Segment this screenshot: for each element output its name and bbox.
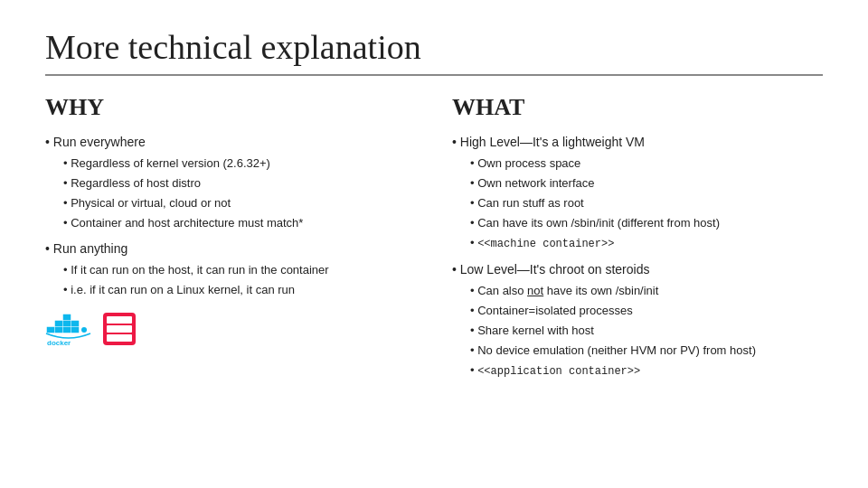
slide: More technical explanation WHY Run every… bbox=[0, 0, 868, 488]
what-sub-no-emulation: No device emulation (neither HVM nor PV)… bbox=[470, 343, 823, 359]
svg-rect-7 bbox=[71, 327, 79, 333]
what-high-level-note: <<machine container>> bbox=[452, 235, 823, 252]
logos: docker bbox=[45, 304, 416, 347]
what-sub-isolated: Container=isolated processes bbox=[470, 303, 823, 319]
docker-logo-icon: docker bbox=[45, 311, 92, 347]
what-sub-sbin: Can have its own /sbin/init (different f… bbox=[470, 215, 823, 231]
what-list: High Level—It's a lightweight VM Own pro… bbox=[452, 134, 823, 380]
why-list: Run everywhere Regardless of kernel vers… bbox=[45, 134, 416, 298]
svg-rect-3 bbox=[63, 327, 71, 333]
svg-rect-6 bbox=[71, 321, 79, 326]
why-sub-kernel: Regardless of kernel version (2.6.32+) bbox=[63, 155, 416, 172]
what-note-machine: <<machine container>> bbox=[470, 235, 823, 252]
why-sub-linux: i.e. if it can run on a Linux kernel, it… bbox=[63, 282, 416, 298]
why-run-anything: Run anything If it can run on the host, … bbox=[45, 240, 416, 298]
why-run-everywhere-sub: Regardless of kernel version (2.6.32+) R… bbox=[45, 155, 416, 232]
why-run-everywhere: Run everywhere Regardless of kernel vers… bbox=[45, 134, 416, 231]
svg-rect-2 bbox=[55, 321, 62, 326]
openstack-logo-icon bbox=[101, 311, 137, 347]
what-sub-root: Can run stuff as root bbox=[470, 195, 823, 211]
why-run-anything-sub: If it can run on the host, it can run in… bbox=[45, 262, 416, 298]
svg-rect-11 bbox=[107, 316, 132, 324]
svg-rect-12 bbox=[107, 325, 132, 333]
why-sub-container-host: Container and host architecture must mat… bbox=[63, 215, 416, 231]
svg-rect-4 bbox=[63, 321, 71, 326]
what-note-app: <<application container>> bbox=[470, 362, 823, 380]
slide-title: More technical explanation bbox=[45, 27, 823, 67]
what-low-level-note: <<application container>> bbox=[452, 362, 823, 380]
why-column: WHY Run everywhere Regardless of kernel … bbox=[45, 94, 416, 470]
why-heading: WHY bbox=[45, 94, 416, 121]
what-sub-no-sbin: Can also not have its own /sbin/init bbox=[470, 283, 823, 299]
what-sub-network: Own network interface bbox=[470, 175, 823, 192]
svg-rect-0 bbox=[47, 327, 54, 333]
what-sub-process: Own process space bbox=[470, 155, 823, 172]
svg-rect-1 bbox=[55, 327, 62, 333]
svg-text:docker: docker bbox=[47, 339, 71, 347]
why-sub-distro: Regardless of host distro bbox=[63, 175, 416, 192]
what-column: WHAT High Level—It's a lightweight VM Ow… bbox=[452, 94, 823, 470]
why-sub-host: If it can run on the host, it can run in… bbox=[63, 262, 416, 278]
what-low-level-sub: Can also not have its own /sbin/init Con… bbox=[452, 283, 823, 360]
what-heading: WHAT bbox=[452, 94, 823, 121]
divider bbox=[45, 74, 823, 76]
what-high-level-sub: Own process space Own network interface … bbox=[452, 155, 823, 232]
why-sub-physical: Physical or virtual, cloud or not bbox=[63, 195, 416, 211]
svg-point-8 bbox=[81, 327, 87, 333]
what-high-level: High Level—It's a lightweight VM Own pro… bbox=[452, 134, 823, 252]
svg-rect-13 bbox=[107, 334, 132, 342]
what-low-level: Low Level—It's chroot on steroids Can al… bbox=[452, 261, 823, 380]
columns: WHY Run everywhere Regardless of kernel … bbox=[45, 94, 823, 470]
what-sub-share-kernel: Share kernel with host bbox=[470, 323, 823, 339]
svg-rect-5 bbox=[63, 314, 71, 320]
